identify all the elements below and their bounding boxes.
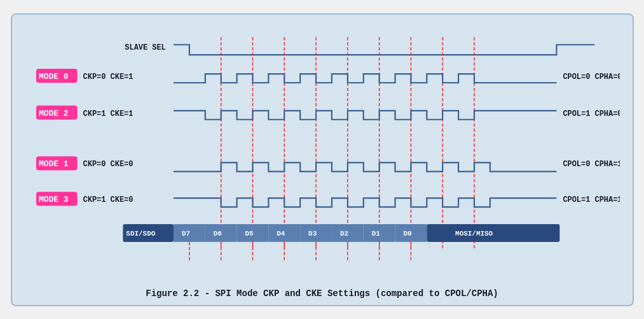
- d5-label: D5: [245, 229, 253, 237]
- mode3-label: MODE 3: [38, 195, 68, 204]
- mode1-label: MODE 1: [38, 159, 68, 169]
- mode1-right: CPOL=0 CPHA=1: [563, 160, 620, 169]
- mode0-right: CPOL=0 CPHA=0: [563, 73, 620, 82]
- d2-label: D2: [339, 229, 348, 237]
- mosi-miso-label: MOSI/MISO: [455, 229, 493, 237]
- sdi-sdo-label: SDI/SDO: [126, 229, 155, 237]
- mosi-miso-box: [427, 224, 559, 242]
- d4-label: D4: [277, 229, 285, 237]
- mode2-right: CPOL=1 CPHA=0: [563, 109, 620, 118]
- figure-caption: Figure 2.2 - SPI Mode CKP and CKE Settin…: [25, 288, 620, 299]
- mode3-params: CKP=1 CKE=0: [83, 195, 133, 204]
- d0-label: D0: [403, 229, 411, 237]
- waveform-svg: .mono { font-family: 'Courier New', Cour…: [25, 24, 620, 285]
- d6-label: D6: [213, 229, 221, 237]
- mode0-label: MODE 0: [38, 72, 68, 82]
- slave-sel-label: SLAVE SEL: [125, 43, 165, 52]
- d3-label: D3: [308, 229, 317, 237]
- diagram-area: .mono { font-family: 'Courier New', Cour…: [25, 24, 620, 285]
- d7-label: D7: [181, 229, 189, 237]
- mode1-params: CKP=0 CKE=0: [83, 160, 133, 169]
- mode2-label: MODE 2: [38, 108, 68, 118]
- diagram-container: .mono { font-family: 'Courier New', Cour…: [11, 13, 634, 306]
- mode0-params: CKP=0 CKE=1: [83, 73, 133, 82]
- d1-label: D1: [371, 229, 380, 237]
- mode2-params: CKP=1 CKE=1: [83, 109, 133, 118]
- mode3-right: CPOL=1 CPHA=1: [563, 195, 620, 204]
